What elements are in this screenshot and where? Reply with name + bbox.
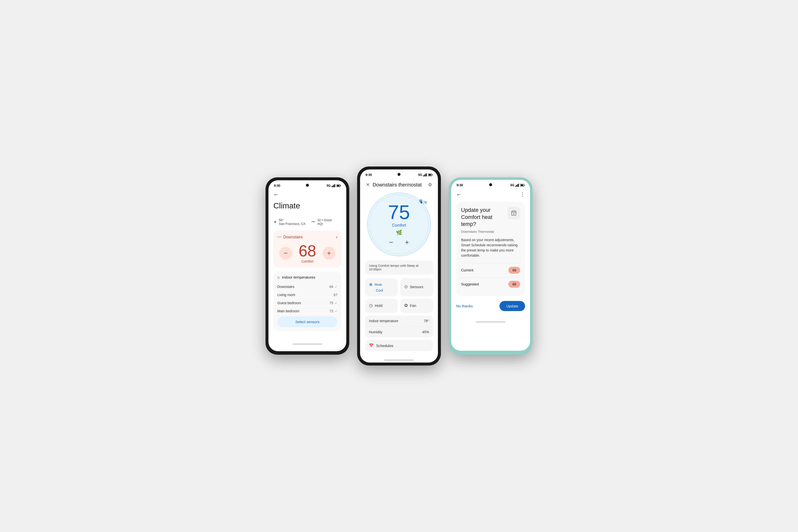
- dialog-title: Update your Comfort heat temp?: [461, 207, 505, 228]
- dialog-description: Based on your recent adjustments, Smart …: [461, 238, 520, 258]
- status-icons-2: 5G: [418, 173, 433, 176]
- network-label-2: 5G: [418, 173, 422, 176]
- downstairs-chevron[interactable]: ›: [336, 234, 338, 240]
- dialog-header: Update your Comfort heat temp?: [461, 207, 520, 228]
- svg-rect-8: [424, 175, 425, 176]
- calendar-add-icon: [511, 210, 517, 216]
- indoor-temps-title: ⌂ Indoor temperatures: [277, 275, 338, 279]
- svg-rect-19: [521, 185, 523, 186]
- mode-value: Cool: [369, 288, 394, 292]
- camera-cutout-2: [398, 173, 400, 176]
- svg-rect-6: [340, 185, 341, 186]
- room-temp: 75: [329, 301, 333, 305]
- update-header: ← ⋮: [456, 188, 525, 200]
- status-bar-2: 9:30 5G: [360, 169, 438, 178]
- room-temp: 66: [329, 285, 333, 289]
- close-button[interactable]: ✕: [365, 181, 371, 188]
- update-dialog: Update your Comfort heat temp? Downstair…: [456, 202, 525, 296]
- indoor-temp-row: Indoor temperature 78°: [369, 316, 429, 327]
- room-temp: 73: [329, 309, 333, 313]
- humidity-label: Humidity: [369, 330, 382, 334]
- indoor-temp-value: 78°: [424, 319, 429, 323]
- hold-button[interactable]: ◷ Hold: [365, 299, 398, 313]
- check-icon: ✓: [335, 285, 338, 289]
- hold-label: Hold: [375, 303, 382, 308]
- no-thanks-button[interactable]: No thanks: [456, 304, 473, 308]
- status-bar-3: 9:30 5G: [451, 180, 530, 188]
- weather-aqi-value: 32 • Good: [317, 218, 331, 222]
- update-button[interactable]: Update: [499, 301, 525, 311]
- svg-rect-15: [516, 185, 517, 187]
- dialog-subtitle: Downstairs Thermostat: [461, 230, 520, 233]
- schedules-label: Schedules: [376, 344, 393, 348]
- suggested-row: Suggested 68: [461, 277, 520, 291]
- heat-icon: 〰: [277, 235, 281, 240]
- svg-rect-1: [332, 186, 333, 187]
- suggested-label: Suggested: [461, 282, 479, 286]
- svg-rect-5: [337, 185, 339, 187]
- humidity-value: 45%: [422, 330, 429, 334]
- schedules-button[interactable]: 📅 Schedules: [365, 340, 433, 351]
- phone-thermostat: 9:30 5G ✕ D: [357, 167, 441, 365]
- status-time-2: 9:30: [365, 173, 372, 176]
- back-button-3[interactable]: ←: [456, 191, 461, 198]
- select-sensors-button[interactable]: Select sensors: [277, 316, 338, 327]
- svg-rect-17: [518, 184, 519, 187]
- phone-climate: 9:30 5G ← Climate: [266, 177, 349, 355]
- table-row: Guest bedroom 75 ✓: [277, 299, 338, 307]
- room-temp: 67: [334, 293, 338, 297]
- table-row: Downstairs 66 ✓: [277, 283, 338, 291]
- network-label-3: 5G: [510, 184, 514, 187]
- room-name: Guest bedroom: [277, 301, 301, 305]
- weather-temp-value: 56°: [279, 218, 305, 222]
- setpoint-dot: [420, 202, 422, 204]
- sensors-icon: ⊙: [404, 284, 408, 289]
- camera-cutout-1: [306, 184, 309, 187]
- humidity-row: Humidity 45%: [369, 327, 429, 338]
- svg-rect-14: [515, 186, 516, 187]
- thermostat-title: Downstairs thermostat: [373, 182, 422, 188]
- dialog-actions: No thanks Update: [456, 296, 525, 313]
- check-icon: ✓: [335, 301, 338, 305]
- battery-icon-1: [337, 184, 341, 187]
- home-icon: ⌂: [277, 275, 280, 279]
- room-name: Downstairs: [277, 285, 294, 289]
- mode-label: Mode: [375, 283, 382, 286]
- current-label: Current: [461, 268, 473, 272]
- thermostat-circle-container: ❄ 78 75 Comfort 🌿 − +: [365, 192, 433, 256]
- camera-cutout-3: [489, 183, 492, 186]
- dialog-calendar-icon[interactable]: [507, 207, 520, 220]
- svg-rect-21: [512, 211, 516, 215]
- fan-button[interactable]: ✿ Fan: [400, 299, 433, 313]
- svg-rect-12: [429, 174, 431, 176]
- page-title-1: Climate: [273, 201, 341, 210]
- settings-button[interactable]: ⚙: [427, 181, 433, 188]
- thermostat-circle[interactable]: ❄ 78 75 Comfort 🌿 − +: [367, 192, 431, 256]
- weather-aqi: 〜 32 • Good AQI: [311, 218, 331, 226]
- hold-icon: ◷: [369, 303, 373, 308]
- back-button-1[interactable]: ←: [273, 191, 279, 198]
- indoor-temp-label: Indoor temperature: [369, 319, 398, 323]
- weather-location: San Francisco, CA: [279, 222, 305, 226]
- sensors-button[interactable]: ⊙ Sensors: [400, 278, 433, 296]
- phone-update: 9:30 5G ← ⋮: [449, 177, 532, 355]
- sensors-label: Sensors: [410, 285, 423, 289]
- status-bar-1: 9:30 5G: [268, 180, 346, 189]
- thermostat-header: ✕ Downstairs thermostat ⚙: [365, 178, 433, 192]
- network-label-1: 5G: [327, 184, 330, 187]
- fan-label: Fan: [410, 303, 416, 308]
- weather-temp: ☀ 56° San Francisco, CA: [273, 218, 305, 226]
- table-row: Main bedroom 73 ✓: [277, 307, 338, 315]
- mode-button[interactable]: ❄ Mode Cool: [365, 278, 398, 296]
- schedules-icon: 📅: [369, 343, 374, 348]
- signal-icon-1: [331, 184, 336, 187]
- svg-rect-9: [425, 174, 426, 176]
- decrease-temp-button[interactable]: −: [279, 247, 292, 260]
- sun-icon: ☀: [273, 220, 277, 224]
- home-indicator-3: [476, 321, 506, 322]
- table-row: Living room 67: [277, 291, 338, 299]
- increase-temp-button[interactable]: +: [323, 247, 336, 260]
- suggested-value: 68: [508, 281, 520, 288]
- more-button[interactable]: ⋮: [520, 191, 525, 198]
- check-icon: ✓: [335, 309, 338, 313]
